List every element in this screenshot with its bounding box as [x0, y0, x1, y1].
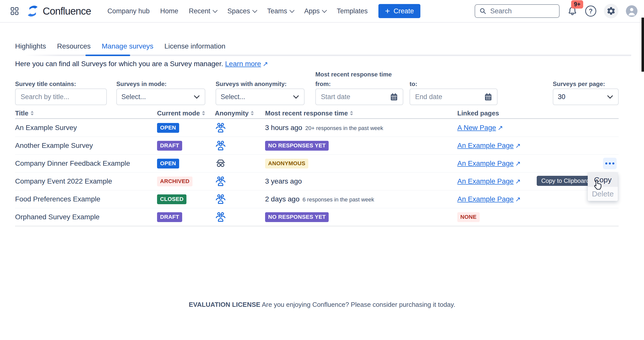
group-icon: [215, 211, 226, 223]
search-box[interactable]: [475, 4, 560, 18]
external-link-icon: ↗: [515, 142, 521, 150]
response-note: 20+ responses in the past week: [305, 125, 383, 132]
tab-highlights[interactable]: Highlights: [15, 42, 46, 50]
external-link-icon: ↗: [515, 178, 521, 185]
nav-item-spaces[interactable]: Spaces: [227, 7, 257, 15]
chevron-down-icon: [322, 8, 327, 13]
top-navigation: Confluence Company hub Home Recent Space…: [0, 0, 644, 23]
menu-item-copy[interactable]: Copy: [588, 173, 618, 187]
survey-title: An Example Survey: [15, 124, 77, 132]
logo-text: Confluence: [43, 6, 91, 17]
notifications-button[interactable]: 9+: [567, 6, 578, 16]
table-row: Company Dinner Feedback Example OPEN ANO…: [15, 155, 619, 173]
calendar-icon[interactable]: [390, 93, 398, 101]
tab-resources[interactable]: Resources: [57, 42, 91, 50]
help-icon: ?: [585, 6, 596, 17]
filter-mode-label: Surveys in mode:: [116, 80, 167, 88]
chevron-down-icon: [293, 93, 299, 99]
tab-bar: Highlights Resources Manage surveys Lice…: [15, 42, 225, 50]
sort-icon: [202, 111, 205, 115]
response-time: 3 hours ago: [265, 124, 302, 132]
incognito-icon: [215, 158, 226, 169]
tab-manage-surveys[interactable]: Manage surveys: [102, 42, 153, 50]
table-header: Title Current mode Anonymity Most recent…: [15, 108, 619, 119]
more-actions-button[interactable]: [603, 158, 617, 169]
menu-item-delete[interactable]: Delete: [588, 187, 618, 201]
gear-icon: [606, 6, 616, 16]
person-icon: [626, 5, 637, 17]
response-time: 3 years ago: [265, 177, 302, 185]
footer-text: EVALUATION LICENSE Are you enjoying Conf…: [0, 301, 644, 309]
group-icon: [215, 140, 226, 151]
end-date-input[interactable]: [415, 93, 484, 101]
active-tab-underline: [85, 55, 130, 56]
external-link-icon: ↗: [498, 124, 503, 132]
column-header-current-mode[interactable]: Current mode: [157, 109, 215, 117]
survey-title: Company Dinner Feedback Example: [15, 159, 130, 167]
chevron-down-icon: [607, 93, 613, 99]
cursor-pointer-icon: [593, 179, 603, 191]
external-link-icon: ↗: [515, 160, 521, 167]
context-menu: Copy Delete: [588, 173, 618, 201]
confluence-logo-icon: [26, 5, 39, 18]
create-button[interactable]: + Create: [378, 4, 420, 18]
confluence-page: Confluence Company hub Home Recent Space…: [0, 0, 644, 340]
filter-title-box: [15, 89, 107, 105]
anonymity-select[interactable]: Select...: [216, 89, 305, 105]
calendar-icon[interactable]: [484, 93, 492, 101]
nav-item-apps[interactable]: Apps: [304, 7, 326, 15]
start-date-input[interactable]: [320, 93, 390, 101]
settings-button[interactable]: [604, 4, 618, 18]
table-row: Company Event 2022 Example ARCHIVED 3 ye…: [15, 173, 619, 190]
mode-badge: OPEN: [157, 123, 179, 133]
mode-select[interactable]: Select...: [116, 89, 205, 105]
chevron-down-icon: [213, 8, 218, 13]
column-header-response-time[interactable]: Most recent response time: [265, 109, 457, 117]
scrollbar-thumb[interactable]: [641, 18, 644, 72]
nav-right-cluster: 9+ ?: [475, 4, 637, 18]
mode-badge: OPEN: [157, 159, 179, 168]
avatar[interactable]: [626, 5, 637, 17]
nav-item-teams[interactable]: Teams: [267, 7, 294, 15]
notification-badge: 9+: [571, 0, 583, 9]
linked-page-link[interactable]: An Example Page: [457, 142, 514, 150]
to-label: to:: [410, 80, 417, 88]
nav-item-recent[interactable]: Recent: [189, 7, 217, 15]
surveys-table: An Example Survey OPEN 3 hours ago20+ re…: [15, 119, 619, 226]
response-badge: ANONYMOUS: [265, 159, 308, 168]
title-search-input[interactable]: [20, 93, 102, 101]
column-header-title[interactable]: Title: [15, 109, 157, 117]
mode-badge: DRAFT: [157, 141, 182, 151]
mode-badge: DRAFT: [157, 212, 182, 222]
per-page-select[interactable]: 30: [553, 89, 619, 105]
app-grid-icon[interactable]: [10, 7, 19, 16]
group-icon: [215, 193, 226, 205]
intro-text: Here you can find all Surveys for which …: [15, 60, 268, 68]
survey-title: Food Preferences Example: [15, 195, 100, 203]
linked-page-link[interactable]: A New Page: [457, 124, 496, 132]
column-header-linked-pages: Linked pages: [457, 109, 588, 117]
survey-title: Orphaned Survey Example: [15, 213, 100, 221]
linked-page-link[interactable]: An Example Page: [457, 195, 514, 203]
help-button[interactable]: ?: [585, 6, 596, 17]
response-note: 6 responses in the past week: [303, 196, 374, 203]
filter-anonymity-label: Surveys with anonymity:: [216, 80, 287, 88]
nav-item-home[interactable]: Home: [160, 7, 178, 15]
table-row: An Example Survey OPEN 3 hours ago20+ re…: [15, 119, 619, 137]
per-page-label: Surveys per page:: [553, 80, 605, 88]
table-row: Another Example Survey DRAFT NO RESPONSE…: [15, 137, 619, 155]
tab-license-information[interactable]: License information: [164, 42, 225, 50]
learn-more-link[interactable]: Learn more: [225, 60, 261, 68]
search-icon: [479, 7, 487, 15]
to-date-box: [410, 89, 498, 105]
response-time: 2 days ago: [265, 195, 300, 203]
search-input[interactable]: [490, 7, 549, 15]
nav-item-templates[interactable]: Templates: [337, 7, 368, 15]
confluence-logo[interactable]: Confluence: [26, 5, 91, 18]
linked-page-link[interactable]: An Example Page: [457, 177, 514, 185]
column-header-anonymity[interactable]: Anonymity: [215, 109, 265, 117]
group-icon: [215, 176, 226, 187]
response-badge: NO RESPONSES YET: [265, 141, 329, 151]
nav-item-company-hub[interactable]: Company hub: [107, 7, 150, 15]
linked-page-link[interactable]: An Example Page: [457, 159, 514, 167]
